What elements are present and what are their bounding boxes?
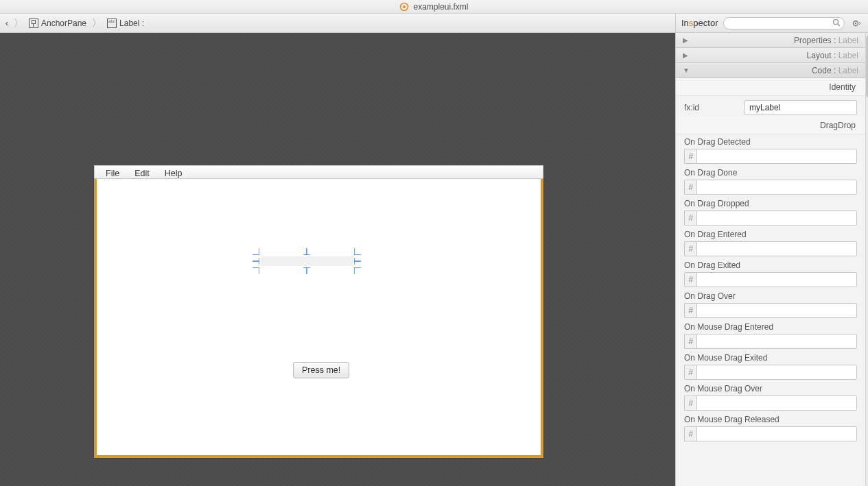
resize-handle-bl[interactable] — [253, 267, 259, 274]
hash-icon: # — [684, 149, 696, 164]
hash-icon: # — [684, 272, 696, 287]
accordion-properties[interactable]: ▶ Properties : Label — [676, 33, 865, 48]
event-label: On Drag Dropped — [684, 199, 857, 208]
inspector-header: Inspector — [676, 14, 868, 33]
event-handler-input[interactable] — [696, 365, 857, 380]
event-row: On Drag Dropped# — [676, 196, 865, 227]
event-label: On Drag Entered — [684, 230, 857, 239]
event-label: On Mouse Drag Over — [684, 384, 857, 393]
triangle-right-icon: ▶ — [683, 36, 688, 44]
fxid-label: fx:id — [684, 103, 738, 112]
fxid-row: fx:id — [676, 96, 865, 117]
design-canvas[interactable]: File Edit Help Press me! — [0, 33, 675, 486]
event-handler-input[interactable] — [696, 272, 857, 287]
selected-label-node[interactable] — [261, 256, 353, 266]
hash-icon: # — [684, 334, 696, 349]
event-row: On Drag Exited# — [676, 258, 865, 289]
event-handler-input[interactable] — [696, 180, 857, 195]
event-handler-input[interactable] — [696, 303, 857, 318]
menu-edit[interactable]: Edit — [134, 169, 150, 178]
menu-file[interactable]: File — [106, 169, 119, 178]
label-icon — [107, 19, 117, 28]
hash-icon: # — [684, 365, 696, 380]
breadcrumb-anchorpane[interactable]: AnchorPane — [26, 17, 89, 29]
inspector-title: Inspector — [681, 18, 718, 28]
accordion-code[interactable]: ▼ Code : Label — [676, 63, 865, 78]
event-label: On Mouse Drag Entered — [684, 322, 857, 332]
event-row: On Drag Over# — [676, 289, 865, 319]
preview-window[interactable] — [94, 179, 543, 458]
section-dragdrop: DragDrop — [676, 117, 865, 134]
event-label: On Drag Over — [684, 291, 857, 301]
section-identity: Identity — [676, 78, 865, 96]
event-label: On Mouse Drag Released — [684, 415, 857, 424]
document-icon — [399, 2, 409, 12]
press-me-button[interactable]: Press me! — [293, 362, 349, 378]
event-row: On Drag Detected# — [676, 134, 865, 165]
event-row: On Mouse Drag Released# — [676, 412, 865, 443]
event-label: On Mouse Drag Exited — [684, 353, 857, 363]
breadcrumb-label: AnchorPane — [41, 19, 86, 28]
event-label: On Drag Exited — [684, 260, 857, 270]
inspector-panel: Inspector ▶ Properties : Label ▶ — [675, 14, 868, 486]
gear-icon[interactable] — [850, 17, 863, 29]
chevron-right-icon: 〉 — [14, 17, 23, 29]
event-handler-input[interactable] — [696, 241, 857, 256]
window-titlebar: exampleui.fxml — [0, 0, 868, 14]
resize-handle-br[interactable] — [354, 267, 361, 274]
accordion-layout[interactable]: ▶ Layout : Label — [676, 48, 865, 63]
scrollbar[interactable] — [865, 33, 868, 486]
hash-icon: # — [684, 396, 696, 411]
event-row: On Mouse Drag Exited# — [676, 350, 865, 381]
hash-icon: # — [684, 303, 696, 318]
svg-point-5 — [855, 22, 856, 23]
event-handler-input[interactable] — [696, 149, 857, 164]
editor-pane: ‹ 〉 AnchorPane 〉 Label : File Edit Help … — [0, 14, 675, 486]
breadcrumb-label-node[interactable]: Label : — [104, 17, 147, 29]
event-label: On Drag Done — [684, 168, 857, 178]
svg-point-1 — [403, 5, 406, 8]
resize-handle-tr[interactable] — [354, 248, 361, 255]
event-row: On Drag Done# — [676, 165, 865, 196]
triangle-down-icon: ▼ — [683, 66, 690, 74]
anchorpane-icon — [29, 19, 38, 28]
menu-help[interactable]: Help — [165, 169, 183, 178]
event-row: On Mouse Drag Over# — [676, 381, 865, 412]
resize-handle-mr[interactable] — [354, 258, 361, 265]
event-handler-input[interactable] — [696, 210, 857, 226]
event-row: On Drag Entered# — [676, 227, 865, 258]
event-label: On Drag Detected — [684, 137, 857, 147]
resize-handle-bm[interactable] — [303, 267, 310, 274]
resize-handle-tl[interactable] — [253, 248, 259, 255]
resize-handle-ml[interactable] — [253, 258, 259, 265]
breadcrumb: ‹ 〉 AnchorPane 〉 Label : — [0, 14, 675, 33]
resize-handle-tm[interactable] — [303, 248, 310, 255]
event-handler-input[interactable] — [696, 426, 857, 441]
chevron-right-icon: 〉 — [92, 17, 102, 29]
hash-icon: # — [684, 241, 696, 256]
window-title: exampleui.fxml — [413, 2, 468, 12]
hash-icon: # — [684, 180, 696, 195]
inspector-search-input[interactable] — [723, 17, 845, 29]
event-handler-input[interactable] — [696, 396, 857, 411]
breadcrumb-truncated[interactable]: ‹ — [3, 17, 11, 29]
hash-icon: # — [684, 426, 696, 441]
triangle-right-icon: ▶ — [683, 51, 688, 59]
inspector-body: Identity fx:id DragDrop On Drag Detected… — [676, 78, 865, 486]
hash-icon: # — [684, 210, 696, 226]
fxid-input[interactable] — [744, 100, 857, 115]
event-handler-input[interactable] — [696, 334, 857, 349]
event-row: On Mouse Drag Entered# — [676, 319, 865, 350]
breadcrumb-label: Label : — [119, 19, 144, 28]
